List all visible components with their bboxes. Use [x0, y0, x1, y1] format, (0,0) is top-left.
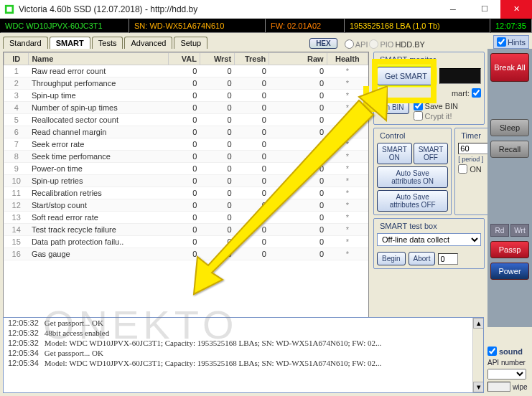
table-row[interactable]: 4Number of spin-up times0000* [4, 102, 368, 114]
status-model: WDC WD10JPVX-60JC3T1 [0, 19, 129, 33]
table-row[interactable]: 5Reallocated sector count0000* [4, 114, 368, 126]
log-line: 12:05:32Get passport... OK [4, 318, 483, 328]
smart-monitor-group: SMART monitor Get SMART mart: en BIN Sav… [373, 52, 485, 125]
tab-tests[interactable]: Tests [92, 37, 123, 49]
smart-test-select[interactable]: Off-line data collect [377, 233, 481, 246]
open-bin-button[interactable]: en BIN [377, 100, 409, 114]
hex-button[interactable]: HEX [309, 38, 337, 49]
power-button[interactable]: Power [490, 263, 529, 280]
smart-test-box-group: SMART test box Off-line data collect Beg… [373, 218, 485, 269]
tab-standard[interactable]: Standard [3, 37, 48, 49]
table-row[interactable]: 7Seek error rate0000* [4, 138, 368, 151]
smart-table: ID Name VAL Wrst Tresh Raw Health 1Raw r… [3, 52, 369, 327]
table-row[interactable]: 14Test track recycle failure0000* [4, 224, 368, 236]
rd-wrt-indicator: Rd Wrt [490, 224, 529, 237]
api-number-select[interactable] [487, 369, 526, 380]
break-all-button[interactable]: Break All [490, 53, 529, 82]
smart-monitor-display [439, 68, 481, 84]
app-icon [4, 4, 14, 14]
table-row[interactable]: 3Spin-up time0000* [4, 90, 368, 102]
log-panel[interactable]: 12:05:32Get passport... OK12:05:3248bit … [3, 317, 484, 393]
col-val[interactable]: VAL [169, 53, 200, 65]
col-wrst[interactable]: Wrst [200, 53, 234, 65]
status-sn: SN: WD-WX51A674N610 [129, 19, 266, 33]
timer-group: Timer [ period ] ON [454, 128, 492, 215]
log-line: 12:05:3248bit access enabled [4, 328, 483, 338]
save-bin-check[interactable] [414, 101, 423, 110]
table-row[interactable]: 16Gas gauge0000* [4, 248, 368, 260]
svg-rect-1 [7, 6, 12, 11]
table-row[interactable]: 2Throughput perfomance0000* [4, 77, 368, 90]
control-group: Control SMART ON SMART OFF Auto Save att… [373, 128, 452, 215]
tab-bar: Standard SMART Tests Advanced Setup HEX … [0, 33, 532, 49]
log-line: 12:05:34Get passport... OK [4, 348, 483, 358]
begin-button[interactable]: Begin [377, 252, 406, 265]
scroll-down-icon[interactable]: ▾ [473, 382, 484, 392]
col-name[interactable]: Name [29, 53, 169, 65]
sleep-button[interactable]: Sleep [490, 119, 529, 136]
status-strip: WDC WD10JPVX-60JC3T1 SN: WD-WX51A674N610… [0, 19, 532, 33]
table-row[interactable]: 9Power-on time0000* [4, 163, 368, 175]
timer-value[interactable] [458, 143, 488, 154]
status-fw: FW: 02.01A02 [266, 19, 345, 33]
table-row[interactable]: 15Data path protection failu..0000* [4, 236, 368, 248]
scroll-up-icon[interactable]: ▴ [473, 318, 484, 329]
table-row[interactable]: 8Seek time perfomance0000* [4, 151, 368, 163]
status-clock: 12:07:35 [490, 19, 532, 33]
autosave-off-button[interactable]: Auto Save attributes OFF [377, 190, 448, 212]
api-radio[interactable] [345, 39, 354, 49]
recall-button[interactable]: Recall [490, 141, 529, 158]
far-bottom-controls: sound API number wipe [487, 346, 529, 392]
table-row[interactable]: 1Raw read error count0000* [4, 65, 368, 77]
table-row[interactable]: 13Soft read error rate0000* [4, 212, 368, 224]
log-line: 12:05:32Model: WDC WD10JPVX-60JC3T1; Cap… [4, 338, 483, 348]
get-smart-button[interactable]: Get SMART [377, 67, 435, 85]
table-row[interactable]: 11Recalibration retries0000* [4, 187, 368, 199]
mode-radios: API PIO HDD.BY [345, 39, 425, 49]
sound-check[interactable] [487, 346, 497, 356]
timer-on-check[interactable] [458, 164, 467, 174]
col-raw[interactable]: Raw [269, 53, 327, 65]
pio-radio [369, 39, 378, 49]
maximize-button[interactable]: ☐ [469, 0, 500, 19]
usb-checkbox[interactable] [472, 88, 481, 98]
table-row[interactable]: 6Read channel margin0000* [4, 126, 368, 138]
window-title: Victoria 4.60b SSD (12.07.2018) - http:/… [19, 4, 437, 14]
col-tresh[interactable]: Tresh [235, 53, 269, 65]
col-id[interactable]: ID [4, 53, 29, 65]
status-lba: 1953525168 LBA (1,0 Tb) [345, 19, 490, 33]
autosave-on-button[interactable]: Auto Save attributes ON [377, 166, 448, 188]
log-line: 12:05:34Model: WDC WD10JPVX-60JC3T1; Cap… [4, 358, 483, 368]
wipe-indicator [487, 382, 510, 392]
tab-smart[interactable]: SMART [50, 37, 90, 49]
hddby-label: HDD.BY [395, 40, 425, 49]
testbox-count[interactable] [438, 253, 458, 265]
tab-setup[interactable]: Setup [174, 37, 207, 49]
close-button[interactable]: ✕ [500, 0, 532, 19]
minimize-button[interactable]: ─ [437, 0, 469, 19]
abort-button[interactable]: Abort [409, 252, 436, 265]
action-column: Break All Sleep Recall Rd Wrt Passp Powe… [487, 49, 532, 327]
smart-off-button[interactable]: SMART OFF [414, 143, 449, 164]
table-row[interactable]: 12Start/stop count0000* [4, 199, 368, 212]
tab-advanced[interactable]: Advanced [124, 37, 172, 49]
crypt-it-check[interactable] [414, 111, 423, 121]
smart-on-button[interactable]: SMART ON [377, 143, 412, 164]
table-row[interactable]: 10Spin-up retries0000* [4, 175, 368, 187]
hints-check[interactable]: Hints [493, 35, 529, 49]
col-health[interactable]: Health [327, 53, 368, 65]
log-scrollbar[interactable]: ▴ ▾ [472, 318, 483, 392]
passp-button[interactable]: Passp [490, 241, 529, 258]
window-titlebar: Victoria 4.60b SSD (12.07.2018) - http:/… [0, 0, 532, 19]
hints-checkbox[interactable] [497, 37, 506, 47]
